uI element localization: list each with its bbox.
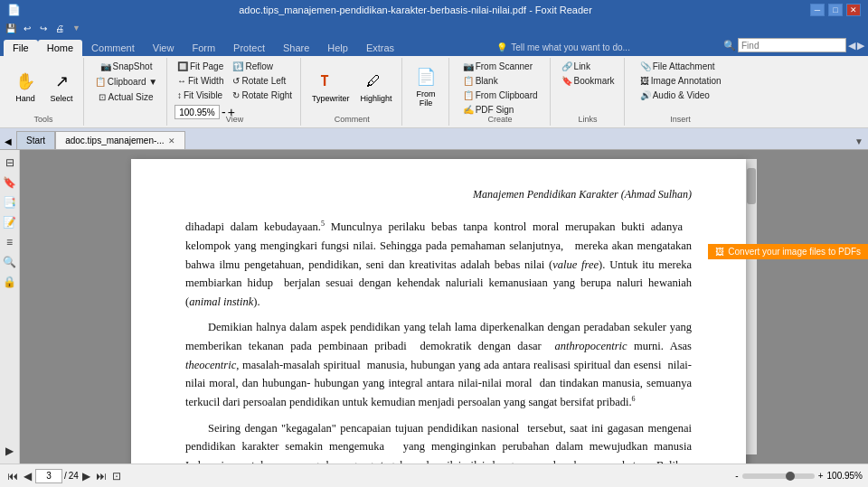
bookmark-panel-btn[interactable]: 🔖 [1, 173, 19, 192]
ribbon: ✋ Hand ↗ Select Tools 📷 SnapShot 📋 Clipb… [0, 56, 868, 128]
security-btn[interactable]: 🔒 [1, 273, 19, 291]
select-tool-button[interactable]: ↗ Select [45, 66, 78, 106]
find-area: 🔍 ◀ ▶ [723, 38, 864, 56]
reflow-button[interactable]: 🔃 Reflow [230, 60, 295, 73]
last-page-button[interactable]: ⏭ [94, 470, 108, 482]
first-page-button[interactable]: ⏮ [5, 470, 20, 482]
zoom-slider-thumb[interactable] [786, 472, 795, 481]
tab-nav-down[interactable]: ▼ [850, 134, 868, 149]
ribbon-tabs: File Home Comment View Form Protect Shar… [0, 36, 868, 56]
title-bar-left: 📄 [7, 4, 21, 16]
blank-button[interactable]: 📋 Blank [460, 74, 501, 88]
vertical-scrollbar[interactable] [746, 159, 757, 454]
zoom-out-button[interactable]: - [735, 471, 738, 481]
page-thumbnail-btn[interactable]: ⊟ [1, 154, 19, 172]
pdf-page: Manajemen Pendidikan Karakter (Ahmad Sul… [131, 159, 746, 464]
fields-btn[interactable]: ≡ [1, 233, 19, 251]
tools-group-label: Tools [4, 115, 83, 124]
convert-bar[interactable]: 🖼 Convert your image files to PDFs [708, 244, 868, 259]
paragraph-1: dihadapi dalam kebudayaan.5 Munculnya pe… [185, 218, 692, 311]
layers-btn[interactable]: 📑 [1, 193, 19, 211]
view-mode-button[interactable]: ⊡ [110, 470, 123, 482]
left-toolbar: ⊟ 🔖 📑 📝 ≡ 🔍 🔒 ▶ [0, 150, 20, 464]
scroll-thumb[interactable] [747, 168, 756, 204]
tab-comment[interactable]: Comment [82, 40, 144, 56]
doc-tab-active[interactable]: adoc.tips_manajemen-... ✕ [55, 131, 185, 149]
print-btn[interactable]: 🖨 [52, 21, 67, 35]
typewriter-button[interactable]: T Typewriter [308, 66, 354, 106]
qa-more[interactable]: ▼ [72, 23, 80, 33]
convert-bar-icon: 🖼 [715, 247, 724, 257]
zoom-slider[interactable] [742, 473, 815, 479]
title-bar: 📄 adoc.tips_manajemen-pendidikan-karakte… [0, 0, 868, 20]
redo-btn[interactable]: ↪ [36, 21, 51, 35]
zoom-in-button[interactable]: + [818, 471, 824, 481]
ribbon-group-view: 🔲 Fit Page ↔ Fit Width ↕ Fit Visible 🔃 R… [169, 58, 301, 126]
title-bar-title: adoc.tips_manajemen-pendidikan-karakter-… [21, 5, 810, 15]
tab-share[interactable]: Share [274, 40, 318, 56]
document-area: 🖼 Convert your image files to PDFs Manaj… [20, 150, 868, 464]
link-icon: 🔗 [561, 61, 572, 71]
paragraph-3: Seiring dengan "kegagalan" pencapaian tu… [185, 419, 692, 464]
doc-tab-close-button[interactable]: ✕ [168, 136, 175, 145]
next-page-button[interactable]: ▶ [80, 470, 92, 482]
find-prev[interactable]: ◀ [848, 40, 855, 52]
doc-tab-start[interactable]: Start [16, 131, 55, 149]
comment-group-label: Comment [303, 115, 401, 124]
maximize-button[interactable]: □ [828, 4, 843, 16]
image-annotation-button[interactable]: 🖼 Image Annotation [637, 74, 724, 88]
tab-extras[interactable]: Extras [357, 40, 403, 56]
quick-access-toolbar: 💾 ↩ ↪ 🖨 ▼ [0, 20, 868, 36]
save-btn[interactable]: 💾 [4, 21, 18, 35]
fit-page-button[interactable]: 🔲 Fit Page [175, 60, 226, 73]
total-pages: 24 [69, 471, 79, 481]
tab-home[interactable]: Home [38, 40, 82, 56]
tab-help[interactable]: Help [318, 40, 357, 56]
tab-form[interactable]: Form [183, 40, 224, 56]
from-scanner-button[interactable]: 📷 From Scanner [460, 60, 535, 73]
tab-nav-prev[interactable]: ◀ [0, 134, 16, 149]
audio-video-button[interactable]: 🔊 Audio & Video [637, 89, 712, 102]
title-bar-controls: ─ □ ✕ [810, 4, 861, 16]
rotate-right-icon: ↻ [232, 90, 240, 100]
doc-tab-start-label: Start [26, 136, 45, 145]
file-attachment-button[interactable]: 📎 File Attachment [637, 60, 718, 73]
clipboard-button[interactable]: 📋 Clipboard ▼ [92, 75, 160, 89]
minimize-button[interactable]: ─ [810, 4, 825, 16]
tab-protect[interactable]: Protect [224, 40, 274, 56]
from-clipboard-button[interactable]: 📋 From Clipboard [460, 89, 541, 102]
page-navigation: ⏮ ◀ / 24 ▶ ⏭ ⊡ [5, 469, 123, 483]
ribbon-group-clipboard: 📷 SnapShot 📋 Clipboard ▼ ⊡ Actual Size [86, 58, 167, 126]
zoom-level: 100.95% [827, 471, 863, 481]
annotation-btn[interactable]: 📝 [1, 213, 19, 231]
bookmark-button[interactable]: 🔖 Bookmark [559, 74, 618, 88]
find-next[interactable]: ▶ [857, 40, 864, 52]
snapshot-button[interactable]: 📷 SnapShot [98, 60, 156, 73]
hand-tool-button[interactable]: ✋ Hand [9, 66, 42, 106]
collapse-panel-btn[interactable]: ▶ [1, 442, 19, 460]
page-header: Manajemen Pendidikan Karakter (Ahmad Sul… [185, 186, 692, 203]
status-bar: ⏮ ◀ / 24 ▶ ⏭ ⊡ - + 100.95% [0, 464, 868, 487]
link-button[interactable]: 🔗 Link [559, 60, 593, 73]
current-page-input[interactable] [35, 469, 62, 483]
ribbon-group-insert: 📎 File Attachment 🖼 Image Annotation 🔊 A… [627, 58, 735, 126]
fit-page-icon: 🔲 [177, 61, 188, 71]
fit-visible-button[interactable]: ↕ Fit Visible [175, 89, 226, 102]
rotate-right-button[interactable]: ↻ Rotate Right [230, 89, 295, 102]
fit-width-button[interactable]: ↔ Fit Width [175, 74, 226, 88]
undo-btn[interactable]: ↩ [20, 21, 34, 35]
prev-page-button[interactable]: ◀ [22, 470, 33, 482]
rotate-left-button[interactable]: ↺ Rotate Left [230, 74, 295, 88]
image-annotation-icon: 🖼 [640, 76, 649, 86]
fit-width-icon: ↔ [177, 76, 186, 86]
tab-view[interactable]: View [144, 40, 184, 56]
highlight-button[interactable]: 🖊 Highlight [357, 66, 396, 106]
blank-icon: 📋 [463, 76, 474, 86]
search-btn[interactable]: 🔍 [1, 253, 19, 271]
rotate-left-icon: ↺ [232, 76, 240, 86]
close-button[interactable]: ✕ [846, 4, 861, 16]
from-file-button[interactable]: 📄 FromFile [410, 61, 442, 110]
find-input[interactable] [738, 38, 846, 52]
actual-size-button[interactable]: ⊡ Actual Size [96, 90, 156, 104]
tab-file[interactable]: File [4, 40, 38, 56]
